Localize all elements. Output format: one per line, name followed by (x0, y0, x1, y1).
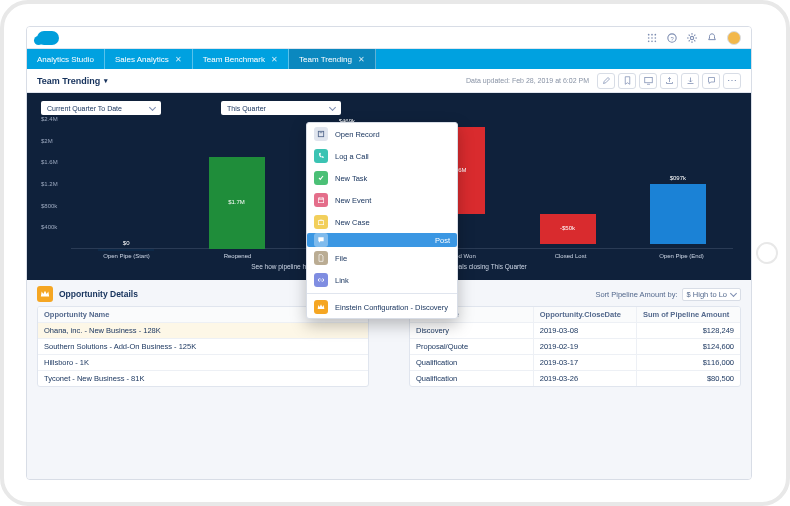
svg-point-11 (690, 36, 693, 39)
context-menu-item[interactable]: New Case (307, 211, 457, 233)
table-row[interactable]: Qualification2019-03-26$80,500 (410, 371, 740, 386)
more-actions-button[interactable] (723, 73, 741, 89)
sort-control: Sort Pipeline Amount by: $ High to Lo (595, 288, 741, 301)
help-icon[interactable]: ? (667, 33, 677, 43)
close-icon[interactable]: ✕ (358, 55, 365, 64)
close-icon[interactable]: ✕ (271, 55, 278, 64)
sort-label: Sort Pipeline Amount by: (595, 290, 677, 299)
app-launcher-icon[interactable] (647, 33, 657, 43)
notification-bell-icon[interactable] (707, 33, 717, 43)
sort-select-value: $ High to Lo (687, 290, 727, 299)
tab-label: Team Trending (299, 55, 352, 64)
table-cell: 2019-03-17 (534, 355, 637, 371)
comments-button[interactable] (702, 73, 720, 89)
context-menu-item[interactable]: Log a Call (307, 145, 457, 167)
svg-point-8 (655, 40, 657, 42)
svg-rect-13 (318, 131, 323, 136)
context-menu-item[interactable]: New Task (307, 167, 457, 189)
tab-label: Team Benchmark (203, 55, 265, 64)
close-icon[interactable]: ✕ (175, 55, 182, 64)
context-menu: Open RecordLog a CallNew TaskNew EventNe… (306, 122, 458, 319)
table-row[interactable]: Hillsboro - 1K (38, 355, 368, 371)
data-updated-text: Data updated: Feb 28, 2019 at 6:02 PM (466, 77, 589, 84)
event-icon (314, 193, 328, 207)
context-menu-item[interactable]: Einstein Configuration - Discovery (307, 296, 457, 318)
table-cell: 2019-03-26 (534, 371, 637, 386)
context-menu-label: File (335, 254, 347, 263)
page-title[interactable]: Team Trending▾ (37, 76, 108, 86)
table-cell: Qualification (410, 371, 534, 386)
table-cell: Proposal/Quote (410, 339, 534, 355)
case-icon (314, 215, 328, 229)
avatar[interactable] (727, 31, 741, 45)
page-title-text: Team Trending (37, 76, 100, 86)
tab-sales-analytics[interactable]: Sales Analytics✕ (105, 49, 193, 69)
context-menu-item[interactable]: New Event (307, 189, 457, 211)
scope-select[interactable]: This Quarter (221, 101, 341, 115)
opportunity-metrics-table: Stage NameOpportunity.CloseDateSum of Pi… (409, 306, 741, 387)
context-menu-label: Log a Call (335, 152, 369, 161)
table-row[interactable]: Tyconet - New Business - 81K (38, 371, 368, 386)
gear-icon[interactable] (687, 33, 697, 43)
einstein-icon (314, 300, 328, 314)
svg-rect-15 (318, 221, 323, 225)
chevron-down-icon (329, 104, 336, 111)
period-select-value: Current Quarter To Date (47, 105, 122, 112)
table-row[interactable]: Southern Solutions - Add-On Business - 1… (38, 339, 368, 355)
svg-point-6 (648, 40, 650, 42)
svg-rect-14 (318, 198, 323, 203)
svg-point-7 (651, 40, 653, 42)
global-header: ? (27, 27, 751, 49)
sort-select[interactable]: $ High to Lo (682, 288, 741, 301)
context-menu-label: Link (335, 276, 349, 285)
tab-analytics-studio[interactable]: Analytics Studio (27, 49, 105, 69)
table-cell: $80,500 (637, 371, 740, 386)
svg-rect-12 (644, 78, 652, 83)
table-row[interactable]: Proposal/Quote2019-02-19$124,600 (410, 339, 740, 355)
scope-select-value: This Quarter (227, 105, 266, 112)
column-header[interactable]: Opportunity.CloseDate (534, 307, 637, 323)
table-cell: Discovery (410, 323, 534, 339)
dashboard-header: Team Trending▾ Data updated: Feb 28, 201… (27, 69, 751, 93)
table-cell: $128,249 (637, 323, 740, 339)
table-cell: 2019-03-08 (534, 323, 637, 339)
context-menu-label: Einstein Configuration - Discovery (335, 303, 448, 312)
context-menu-item[interactable]: File (307, 247, 457, 269)
download-button[interactable] (681, 73, 699, 89)
period-select[interactable]: Current Quarter To Date (41, 101, 161, 115)
tab-label: Analytics Studio (37, 55, 94, 64)
tab-team-trending[interactable]: Team Trending✕ (289, 49, 376, 69)
bar-value-label: $1.7M (228, 199, 245, 205)
salesforce-logo[interactable] (37, 31, 59, 45)
opportunity-name-cell: Southern Solutions - Add-On Business - 1… (38, 339, 368, 355)
file-icon (314, 251, 328, 265)
opportunity-name-cell: Tyconet - New Business - 81K (38, 371, 368, 386)
chevron-down-icon (149, 104, 156, 111)
context-menu-label: New Case (335, 218, 370, 227)
tablet-home-button[interactable] (756, 242, 778, 264)
column-header[interactable]: Sum of Pipeline Amount (637, 307, 740, 323)
svg-point-0 (648, 33, 650, 35)
present-button[interactable] (639, 73, 657, 89)
tab-label: Sales Analytics (115, 55, 169, 64)
share-button[interactable] (660, 73, 678, 89)
table-row[interactable]: Ohana, inc. - New Business - 128K (38, 323, 368, 339)
svg-point-3 (648, 37, 650, 39)
call-icon (314, 149, 328, 163)
opportunity-name-cell: Ohana, inc. - New Business - 128K (38, 323, 368, 339)
context-menu-label: Open Record (335, 130, 380, 139)
edit-button[interactable] (597, 73, 615, 89)
tab-team-benchmark[interactable]: Team Benchmark✕ (193, 49, 289, 69)
bar-value-label: $0 (123, 240, 130, 246)
waterfall-bar[interactable] (98, 249, 154, 251)
table-cell: 2019-02-19 (534, 339, 637, 355)
table-row[interactable]: Discovery2019-03-08$128,249 (410, 323, 740, 339)
waterfall-bar[interactable] (650, 184, 706, 243)
context-menu-label: New Event (335, 196, 371, 205)
context-menu-item[interactable]: Link (307, 269, 457, 291)
context-menu-item[interactable]: Post (307, 233, 457, 247)
bookmark-button[interactable] (618, 73, 636, 89)
context-menu-item[interactable]: Open Record (307, 123, 457, 145)
x-axis-label: Closed Lost (515, 253, 626, 259)
table-row[interactable]: Qualification2019-03-17$116,000 (410, 355, 740, 371)
